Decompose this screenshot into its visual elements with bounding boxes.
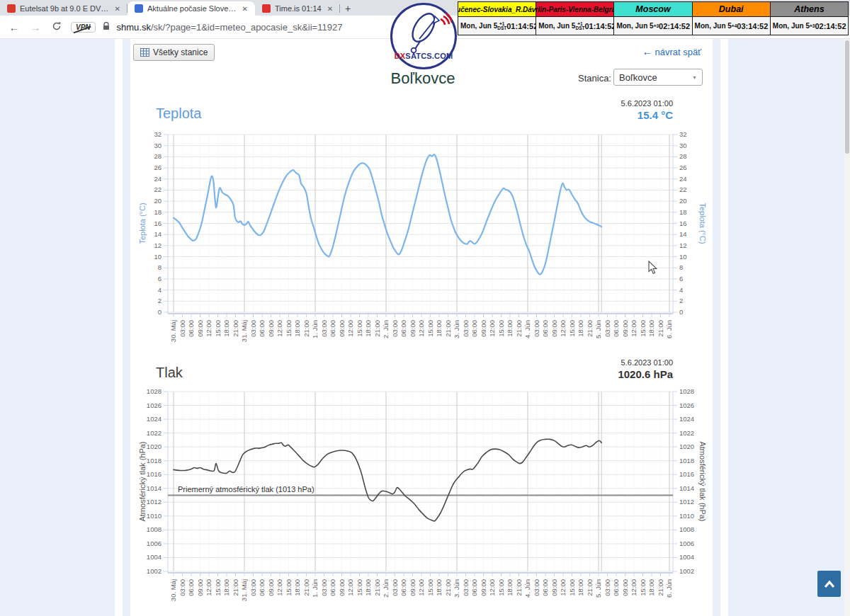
temperature-chart-title: Teplota xyxy=(156,105,202,122)
svg-text:2: 2 xyxy=(679,297,683,304)
svg-text:28: 28 xyxy=(154,152,162,160)
svg-text:4: 4 xyxy=(158,286,162,294)
scrollbar-thumb[interactable] xyxy=(845,40,849,154)
reload-icon[interactable] xyxy=(50,21,64,33)
svg-text:15:00: 15:00 xyxy=(285,579,293,596)
svg-text:Atmosférický tlak (hPa): Atmosférický tlak (hPa) xyxy=(698,441,707,521)
lock-icon[interactable] xyxy=(103,21,110,33)
browser-tab[interactable]: Eutelsat 9b at 9.0 E DVB-S2-MIS Mi...✕ xyxy=(0,1,128,16)
svg-text:06:00: 06:00 xyxy=(258,579,266,596)
svg-text:18: 18 xyxy=(679,208,687,216)
svg-text:18:00: 18:00 xyxy=(293,579,301,596)
svg-text:09:00: 09:00 xyxy=(621,579,629,596)
svg-text:26: 26 xyxy=(154,164,162,171)
svg-text:15:00: 15:00 xyxy=(214,320,222,337)
new-tab-button[interactable]: + xyxy=(340,1,356,16)
svg-text:18:00: 18:00 xyxy=(577,320,584,337)
table-grid-icon xyxy=(140,48,149,57)
tab-close-icon[interactable]: ✕ xyxy=(326,5,334,13)
svg-text:15:00: 15:00 xyxy=(497,579,505,596)
mouse-cursor xyxy=(648,261,658,278)
svg-text:06:00: 06:00 xyxy=(400,579,407,596)
svg-text:09:00: 09:00 xyxy=(550,579,558,596)
browser-tab[interactable]: Time.is 01:14✕ xyxy=(255,1,340,16)
svg-text:03:00: 03:00 xyxy=(249,320,257,337)
svg-text:18:00: 18:00 xyxy=(435,579,443,596)
svg-text:09:00: 09:00 xyxy=(196,579,204,596)
svg-text:1002: 1002 xyxy=(147,567,162,575)
svg-text:09:00: 09:00 xyxy=(196,320,204,337)
address-bar[interactable]: shmu.sk/sk/?page=1&id=meteo_apocasie_sk&… xyxy=(117,22,343,33)
world-clock-bar: Lučenec-Slovakia_R.DávidMon, Jun 5+1DST0… xyxy=(458,1,849,35)
svg-text:2: 2 xyxy=(158,297,162,304)
clock-utc-offset: +1DST xyxy=(497,22,506,30)
svg-text:4: 4 xyxy=(679,286,683,294)
temperature-chart[interactable]: 0022446688101012121414161618182020222224… xyxy=(131,127,715,361)
tab-title: Aktuálne počasie Slovensko - tabuľ... xyxy=(147,4,237,13)
pressure-chart[interactable]: 1002100210041004100610061008100810101010… xyxy=(131,386,715,616)
svg-text:5. Jún: 5. Jún xyxy=(594,579,602,598)
clock-time-row: Mon, Jun 5+1DST01:14:52 xyxy=(458,17,536,35)
clock-cell[interactable]: DubaiMon, Jun 5+403:14:52 xyxy=(693,2,771,35)
svg-text:1028: 1028 xyxy=(147,387,162,395)
svg-text:16: 16 xyxy=(154,219,162,227)
svg-text:22: 22 xyxy=(679,186,687,193)
dxsatcs-logo[interactable]: DXSATCS.COM xyxy=(390,3,457,69)
forward-icon[interactable]: → xyxy=(28,21,42,33)
svg-text:18:00: 18:00 xyxy=(647,579,655,596)
clock-cell[interactable]: MoscowMon, Jun 5+302:14:52 xyxy=(614,2,692,35)
clock-utc-offset: +3 xyxy=(654,24,659,28)
pressure-timestamp: 5.6.2023 01:00 xyxy=(517,358,673,367)
back-link[interactable]: ←návrat späť xyxy=(588,45,701,57)
svg-text:15:00: 15:00 xyxy=(426,579,434,596)
svg-text:1012: 1012 xyxy=(147,498,162,506)
svg-text:12:00: 12:00 xyxy=(276,579,283,596)
svg-text:10: 10 xyxy=(154,253,162,261)
svg-text:09:00: 09:00 xyxy=(267,579,275,596)
left-gutter xyxy=(115,39,123,616)
svg-text:15:00: 15:00 xyxy=(214,579,222,596)
back-icon[interactable]: ← xyxy=(7,21,21,33)
svg-text:1014: 1014 xyxy=(147,484,162,492)
svg-text:18:00: 18:00 xyxy=(647,320,655,337)
svg-text:0: 0 xyxy=(158,308,162,316)
clock-cell[interactable]: Berlin-Paris-Vienna-BelgradeMon, Jun 5+1… xyxy=(536,2,614,35)
svg-text:18:00: 18:00 xyxy=(364,579,372,596)
svg-text:03:00: 03:00 xyxy=(391,320,399,337)
all-stations-button[interactable]: Všetky stanice xyxy=(133,44,215,61)
url-host: shmu.sk xyxy=(117,22,151,33)
svg-text:21:00: 21:00 xyxy=(302,579,310,596)
svg-text:30: 30 xyxy=(679,142,687,149)
svg-text:03:00: 03:00 xyxy=(462,579,470,596)
svg-text:15:00: 15:00 xyxy=(356,579,363,596)
svg-text:24: 24 xyxy=(154,175,162,183)
browser-tab[interactable]: Aktuálne počasie Slovensko - tabuľ...✕ xyxy=(128,1,255,16)
svg-text:12:00: 12:00 xyxy=(417,579,425,596)
svg-text:4. Jún: 4. Jún xyxy=(523,579,531,598)
svg-text:06:00: 06:00 xyxy=(541,320,549,337)
svg-text:12:00: 12:00 xyxy=(559,579,567,596)
vpn-extension-icon[interactable]: VPN xyxy=(71,22,96,33)
tab-title: Time.is 01:14 xyxy=(275,4,322,13)
svg-text:21:00: 21:00 xyxy=(586,320,594,337)
tab-close-icon[interactable]: ✕ xyxy=(113,5,122,13)
browser-scrollbar[interactable] xyxy=(844,39,850,616)
svg-text:6: 6 xyxy=(679,275,683,283)
clock-cell[interactable]: Lučenec-Slovakia_R.DávidMon, Jun 5+1DST0… xyxy=(458,2,536,35)
svg-text:03:00: 03:00 xyxy=(462,320,470,337)
clock-date: Mon, Jun 5 xyxy=(460,22,497,30)
svg-text:1018: 1018 xyxy=(147,457,162,464)
station-select[interactable]: Boľkovce ▼ xyxy=(613,69,703,86)
scroll-to-top-button[interactable] xyxy=(817,571,841,597)
svg-text:06:00: 06:00 xyxy=(541,579,549,596)
svg-text:1024: 1024 xyxy=(679,415,694,423)
svg-text:03:00: 03:00 xyxy=(391,579,399,596)
svg-text:03:00: 03:00 xyxy=(178,320,186,337)
clock-cell[interactable]: AthensMon, Jun 5+302:14:52 xyxy=(771,2,848,35)
tab-close-icon[interactable]: ✕ xyxy=(241,5,249,13)
svg-text:1002: 1002 xyxy=(679,567,694,575)
station-title: Boľkovce xyxy=(317,69,529,88)
svg-text:1. Jún: 1. Jún xyxy=(311,579,319,598)
svg-text:32: 32 xyxy=(679,130,687,138)
svg-text:6. Jún: 6. Jún xyxy=(665,579,673,598)
